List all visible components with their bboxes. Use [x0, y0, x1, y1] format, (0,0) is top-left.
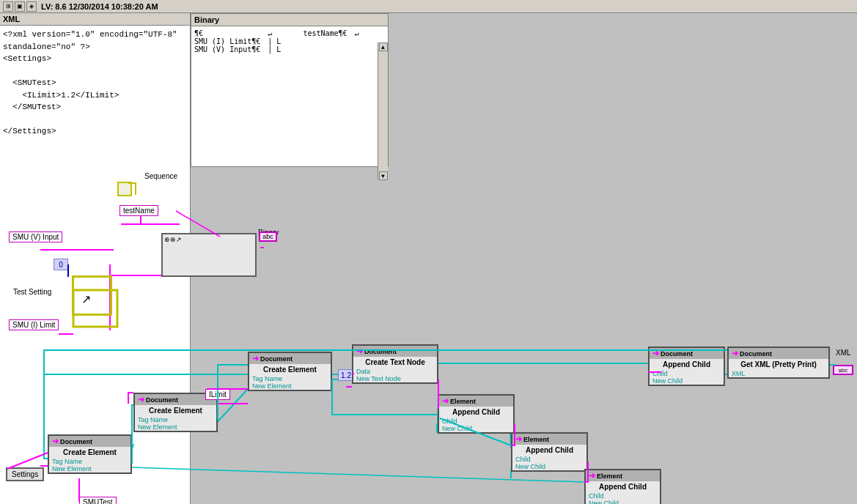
create-element-node-1: ➜ Document Create Element Tag Name New E… [48, 434, 132, 474]
ctn-body: Create Text Node [353, 357, 437, 368]
sequence-label: Sequence [144, 172, 177, 180]
smu-v-input-label: SMU (V) Input [9, 231, 62, 242]
ac3-new-child: New Child [586, 500, 660, 504]
title-bar: ⊞ ▣ ◈ LV: 8.6 12/30/2014 10:38:20 AM [0, 0, 857, 13]
ce1-title: ➜ Document [49, 436, 130, 447]
get-xml-node: ➜ Document Get XML (Pretty Print) XML [727, 346, 830, 379]
lv-icon: ⊞ [3, 1, 13, 12]
sequence-struct [117, 182, 132, 196]
gx-title: ➜ Document [729, 348, 828, 359]
op-symbols: ⊕⊗↗ [163, 234, 255, 245]
ac4-body: Append Child [650, 359, 724, 370]
ctn-data: Data [353, 368, 437, 375]
xml-output-label: XML [836, 349, 851, 357]
create-text-node: ➜ Document Create Text Node Data New Tex… [352, 344, 438, 384]
ce3-body: Create Element [249, 364, 331, 375]
ac2-title: ➜ Element [512, 434, 586, 445]
test-setting-label: Test Setting [13, 288, 51, 296]
ce3-header-doc: Document [260, 355, 293, 363]
ce3-title: ➜ Document [249, 353, 331, 364]
ce2-tag-name: Tag Name [135, 416, 216, 423]
ac4-header: Document [661, 350, 693, 357]
ac2-header: Element [523, 436, 549, 443]
wire-ilimit-right [128, 393, 133, 404]
ce3-new-element: New Element [249, 382, 331, 390]
settings-block: Settings [6, 467, 44, 481]
ac3-body: Append Child [586, 481, 660, 492]
detail-wires [0, 13, 857, 504]
file-icon: ▣ [15, 1, 25, 12]
ce2-title: ➜ Document [135, 394, 216, 405]
gx-header: Document [740, 350, 772, 357]
ac1-body: Append Child [439, 407, 513, 418]
ce1-body: Create Element [49, 447, 130, 458]
ac4-child: Child [650, 370, 724, 377]
xml-output-indicator: abc [833, 365, 853, 375]
ce1-new-element: New Element [49, 465, 130, 472]
smu-i-limit-label: SMU (I) Limit [9, 319, 59, 330]
append-child-node-3: ➜ Element Append Child Child New Child [584, 469, 661, 504]
ac4-title: ➜ Document [650, 348, 724, 359]
wire-layer [0, 26, 857, 504]
append-child-node-1: ➜ Element Append Child Child New Child [438, 394, 515, 434]
ac1-header: Element [450, 398, 476, 405]
ce3-to-ac1 [332, 379, 438, 415]
append-child-node-2: ➜ Element Append Child Child New Child [511, 432, 588, 472]
create-element-node-3: ➜ Document Create Element Tag Name New E… [248, 352, 332, 391]
diagram-canvas: Sequence testName SMU (V) Input Binary a… [0, 13, 857, 504]
project-icon: ◈ [26, 1, 37, 12]
gx-body: Get XML (Pretty Print) [729, 359, 828, 370]
ac1-new-child: New Child [439, 425, 513, 432]
smutest-label: SMUTest [79, 497, 117, 504]
ac1-title: ➜ Element [439, 396, 513, 407]
ac3-header: Element [597, 472, 622, 480]
append-child-node-4: ➜ Document Append Child Child New Child [648, 346, 725, 386]
ce2-new-element: New Element [135, 423, 216, 431]
ac4-new-child: New Child [650, 377, 724, 385]
title-bar-icons: ⊞ ▣ ◈ [3, 1, 37, 12]
ac2-child: Child [512, 456, 586, 463]
title-text: LV: 8.6 12/30/2014 10:38:20 AM [41, 2, 158, 11]
binary-indicator: abc [259, 231, 277, 242]
testname-label: testName [119, 205, 158, 216]
ctn-new-text-node: New Text Node [353, 375, 437, 382]
zero-constant: 0 [54, 259, 68, 270]
for-loop: ↗ [72, 275, 112, 316]
gx-xml: XML [729, 370, 828, 377]
ctn-header-doc: Document [364, 348, 397, 355]
numeric-ops-block: ⊕⊗↗ [161, 233, 257, 277]
ce1-tag-name: Tag Name [49, 458, 130, 465]
ac2-new-child: New Child [512, 463, 586, 470]
ce3-tag-name: Tag Name [249, 375, 331, 382]
ac3-child: Child [586, 492, 660, 500]
ce1-header-doc: Document [60, 438, 92, 445]
settings-wire [7, 453, 48, 469]
ilimit-label: ILimit [205, 389, 230, 400]
ac1-child: Child [439, 418, 513, 425]
loop-icon: ↗ [81, 292, 91, 306]
ac3-title: ➜ Element [586, 470, 660, 481]
ce2-body: Create Element [135, 405, 216, 416]
ctn-title: ➜ Document [353, 346, 437, 357]
ac2-body: Append Child [512, 445, 586, 456]
ce2-header-doc: Document [146, 396, 178, 404]
